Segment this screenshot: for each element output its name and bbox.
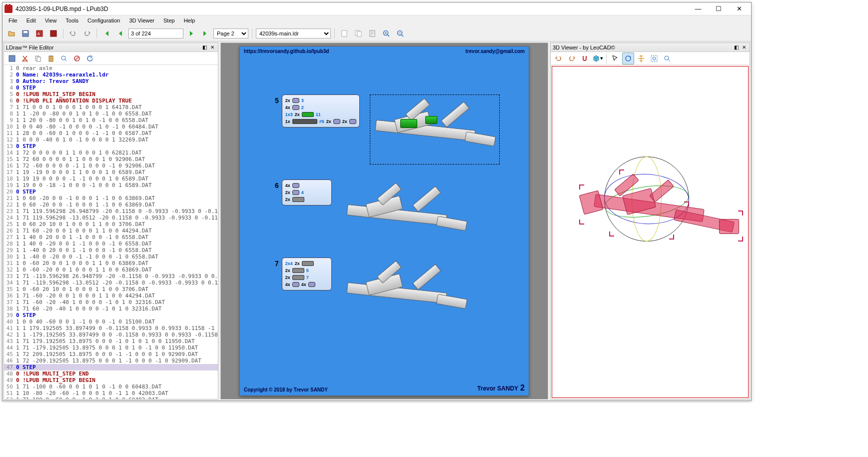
editor-line[interactable]: 321 0 -60 -20 0 0 1 0 0 0 1 1 0 0 63869.… (4, 266, 218, 273)
editor-line[interactable]: 191 19 0 0 -18 -1 0 0 0 -1 0 0 0 1 6589.… (4, 182, 218, 188)
viewer-pan-button[interactable] (635, 52, 647, 64)
editor-line[interactable]: 390 STEP (4, 312, 218, 318)
zoom-in-button[interactable] (380, 28, 392, 40)
editor-undock-button[interactable]: ◧ (201, 44, 208, 51)
editor-line[interactable]: 231 71 119.596298 26.948799 -20 0.1158 0… (4, 208, 218, 214)
editor-line[interactable]: 470 STEP (4, 364, 218, 370)
assembly-image[interactable] (370, 94, 500, 164)
editor-cut-button[interactable] (19, 52, 31, 64)
editor-line[interactable]: 401 0 0 40 -60 0 0 1 -1 0 0 0 -1 0 15100… (4, 318, 218, 325)
maximize-button[interactable]: ☐ (709, 3, 729, 15)
viewer-select-button[interactable] (609, 52, 621, 64)
editor-line[interactable]: 30 Author: Trevor SANDY (4, 78, 218, 84)
menu-help[interactable]: Help (180, 16, 199, 24)
editor-line[interactable]: 171 19 -19 0 0 0 0 1 1 0 0 0 1 0 6589.DA… (4, 169, 218, 176)
prev-page-button[interactable] (114, 28, 126, 40)
editor-find-button[interactable] (58, 52, 70, 64)
viewer-snap-button[interactable] (579, 52, 591, 64)
editor-line[interactable]: 81 1 -20 0 -80 0 0 1 0 1 0 -1 0 0 6558.D… (4, 110, 218, 117)
menu-step[interactable]: Step (159, 16, 179, 24)
save-button[interactable] (19, 28, 31, 40)
editor-line[interactable]: 381 71 60 -20 -40 1 0 0 0 0 -1 0 1 0 323… (4, 306, 218, 312)
editor-refresh-button[interactable] (84, 52, 96, 64)
submodel-select[interactable]: 42039s-main.ldr (256, 28, 331, 38)
editor-line[interactable]: 91 1 20 0 -80 0 0 1 0 1 0 -1 0 0 6558.DA… (4, 117, 218, 124)
doc-dup-button[interactable] (352, 28, 364, 40)
undo-button[interactable] (67, 28, 79, 40)
menu-3d-viewer[interactable]: 3D Viewer (125, 16, 158, 24)
editor-line[interactable]: 421 1 -179.192505 33.897499 0 0 -0.1158 … (4, 332, 218, 338)
editor-line[interactable]: 101 0 0 40 -80 -1 0 0 0 0 -1 0 -1 0 6048… (4, 124, 218, 130)
editor-line[interactable]: 141 72 0 0 0 0 0 1 1 0 0 0 1 0 62821.DAT (4, 150, 218, 156)
editor-line[interactable]: 71 71 0 0 0 1 0 0 0 1 0 0 0 1 64178.DAT (4, 104, 218, 110)
editor-line[interactable]: 501 71 -100 0 -60 0 0 1 0 1 0 -1 0 0 604… (4, 384, 218, 390)
page-select[interactable]: Page 2 (213, 28, 248, 38)
zoom-out-button[interactable] (394, 28, 406, 40)
page-preview-pane[interactable]: https://trevorsandy.github.io/lpub3d tre… (220, 42, 548, 400)
doc-open-button[interactable] (366, 28, 378, 40)
viewer-zoom-fit-button[interactable] (661, 52, 673, 64)
editor-line[interactable]: 480 !LPUB MULTI_STEP END (4, 370, 218, 377)
first-page-button[interactable] (100, 28, 112, 40)
editor-line[interactable]: 181 19 19 0 0 0 0 -1 -1 0 0 0 1 0 6589.D… (4, 176, 218, 182)
editor-line[interactable]: 461 72 -209.192505 13.8975 0 0 0 1 -1 0 … (4, 358, 218, 364)
editor-line[interactable]: 221 0 60 -20 0 0 -1 0 0 0 1 -1 0 0 63869… (4, 202, 218, 208)
editor-line[interactable]: 161 72 -60 0 0 0 0 -1 1 0 0 0 -1 0 92906… (4, 162, 218, 169)
editor-line[interactable]: 10 rear axle (4, 65, 218, 72)
editor-line[interactable]: 271 1 40 0 20 0 0 1 -1 0 0 0 -1 0 6558.D… (4, 234, 218, 240)
editor-line[interactable]: 351 0 -60 20 10 0 1 0 0 0 1 1 0 0 3706.D… (4, 286, 218, 292)
doc-new-button[interactable] (338, 28, 350, 40)
editor-line[interactable]: 361 71 -60 -20 0 0 1 0 0 0 1 1 0 0 44294… (4, 292, 218, 299)
menu-file[interactable]: File (4, 16, 21, 24)
editor-line[interactable]: 341 71 -119.596298 -13.0512 -20 -0.1158 … (4, 280, 218, 286)
viewer-redo-button[interactable] (566, 52, 578, 64)
viewer-undock-button[interactable]: ◧ (733, 44, 740, 51)
menu-tools[interactable]: Tools (61, 16, 82, 24)
viewer-close-button[interactable]: ✕ (741, 44, 748, 51)
editor-line[interactable]: 40 STEP (4, 84, 218, 91)
menu-configuration[interactable]: Configuration (83, 16, 124, 24)
editor-paste-button[interactable] (45, 52, 57, 64)
editor-line[interactable]: 371 71 -60 -20 -40 1 0 0 0 0 -1 0 1 0 32… (4, 299, 218, 306)
editor-line[interactable]: 261 71 60 -20 0 0 1 0 0 0 1 1 0 0 44294.… (4, 228, 218, 234)
menu-edit[interactable]: Edit (22, 16, 40, 24)
assembly-image[interactable] (342, 258, 472, 328)
editor-textarea[interactable]: 10 rear axle20 Name: 42039s-rearaxle1.ld… (4, 65, 218, 399)
viewer-canvas[interactable] (552, 66, 749, 398)
last-page-button[interactable] (199, 28, 211, 40)
editor-close-button[interactable]: ✕ (209, 44, 216, 51)
open-file-button[interactable] (5, 28, 17, 40)
editor-line[interactable]: 200 STEP (4, 188, 218, 195)
editor-line[interactable]: 441 71 -179.192505 13.8975 0 0 0 1 0 1 0… (4, 344, 218, 351)
editor-line[interactable]: 50 !LPUB MULTI_STEP BEGIN (4, 91, 218, 98)
viewer-rotate-button[interactable] (622, 52, 634, 64)
editor-line[interactable]: 281 1 40 0 -20 0 0 1 -1 0 0 0 -1 0 6558.… (4, 240, 218, 247)
viewer-zoom-region-button[interactable] (648, 52, 660, 64)
editor-line[interactable]: 20 Name: 42039s-rearaxle1.ldr (4, 72, 218, 78)
viewer-undo-button[interactable] (553, 52, 565, 64)
editor-line[interactable]: 511 10 -80 -20 -60 -1 0 0 0 1 0 -1 1 0 4… (4, 390, 218, 396)
menu-view[interactable]: View (41, 16, 61, 24)
redo-button[interactable] (81, 28, 93, 40)
pdf-preview-button[interactable]: A (33, 28, 45, 40)
editor-line[interactable]: 291 1 -40 0 20 0 0 1 -1 0 0 0 -1 0 6558.… (4, 247, 218, 254)
editor-save-button[interactable] (6, 52, 18, 64)
minimize-button[interactable]: — (688, 3, 708, 15)
viewer-cube-button[interactable]: ▾ (592, 52, 604, 64)
page-of-input[interactable] (128, 28, 183, 38)
editor-line[interactable]: 431 71 179.192505 13.8975 0 0 0 -1 0 1 0… (4, 338, 218, 344)
editor-line[interactable]: 251 0 60 20 10 0 1 0 0 0 1 1 0 0 3706.DA… (4, 221, 218, 228)
editor-line[interactable]: 211 0 60 -20 0 0 -1 0 0 0 1 -1 0 0 63869… (4, 195, 218, 202)
editor-line[interactable]: 60 !LPUB PLI ANNOTATION DISPLAY TRUE (4, 98, 218, 104)
editor-line[interactable]: 151 72 60 0 0 0 0 1 1 0 0 0 1 0 92906.DA… (4, 156, 218, 162)
editor-line[interactable]: 411 1 179.192505 33.897499 0 -0.1158 0.9… (4, 325, 218, 332)
editor-line[interactable]: 331 71 -119.596298 26.948799 -20 -0.1158… (4, 273, 218, 280)
editor-line[interactable]: 111 28 0 0 -60 0 1 0 0 0 -1 -1 0 0 6587.… (4, 130, 218, 136)
editor-line[interactable]: 130 STEP (4, 143, 218, 150)
assembly-image[interactable] (342, 180, 472, 250)
next-page-button[interactable] (185, 28, 197, 40)
editor-line[interactable]: 490 !LPUB MULTI_STEP BEGIN (4, 377, 218, 384)
editor-line[interactable]: 311 0 -60 20 0 0 1 0 0 0 1 1 0 0 63869.D… (4, 260, 218, 266)
editor-line[interactable]: 521 71 100 0 -60 0 0 -1 0 1 0 1 0 0 6048… (4, 396, 218, 399)
editor-copy-button[interactable] (32, 52, 44, 64)
